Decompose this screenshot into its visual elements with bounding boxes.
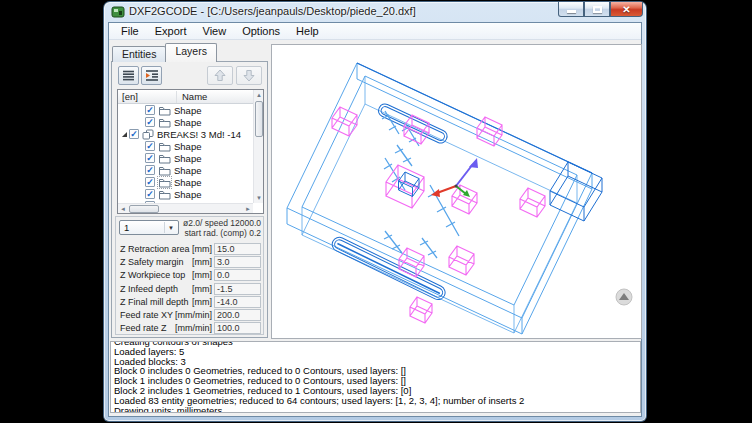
parameter-unit: [mm/min] bbox=[175, 310, 212, 320]
check-icon: ✓ bbox=[146, 166, 154, 174]
scroll-down-icon[interactable]: ▼ bbox=[254, 193, 264, 203]
tree-row[interactable]: ✓ bbox=[118, 152, 253, 164]
folder-icon bbox=[158, 105, 171, 116]
message-log[interactable]: Creating contours of shapesLoaded layers… bbox=[110, 341, 641, 413]
menu-item[interactable]: Export bbox=[147, 24, 195, 38]
parameter-value-field[interactable]: 200.0 bbox=[214, 309, 261, 321]
indented-list-icon bbox=[145, 70, 159, 81]
parameter-unit: [mm] bbox=[192, 257, 212, 267]
scrollbar-thumb[interactable] bbox=[255, 101, 263, 137]
folder-icon bbox=[158, 141, 171, 152]
layer-visibility-checkbox[interactable]: ✓ bbox=[145, 165, 155, 175]
parameter-label: Feed rate XY bbox=[118, 310, 175, 320]
arrow-up-icon bbox=[213, 69, 227, 82]
maximize-button[interactable] bbox=[584, 2, 610, 17]
tree-row[interactable]: ✓ bbox=[118, 116, 253, 128]
list-icon bbox=[122, 70, 135, 81]
graphics-viewport[interactable] bbox=[271, 44, 642, 339]
chevron-down-icon: ▼ bbox=[164, 222, 177, 233]
folder-icon bbox=[158, 177, 171, 188]
layers-icon bbox=[142, 129, 154, 140]
app-window: DXF2GCODE - [C:/Users/jeanpauls/Desktop/… bbox=[104, 2, 646, 421]
axis-triad bbox=[431, 158, 478, 197]
tree-row[interactable]: ✓ bbox=[118, 104, 253, 116]
sidebar-tabs: EntitiesLayers bbox=[112, 43, 216, 62]
layer-visibility-checkbox[interactable]: ✓ bbox=[145, 141, 155, 151]
tree-row[interactable]: ✓ bbox=[118, 140, 253, 152]
parameter-row: Z Workpiece top [mm] 0.0 bbox=[118, 269, 261, 282]
parameter-unit: [mm] bbox=[192, 297, 212, 307]
tree-horizontal-scrollbar[interactable]: ◄ ► bbox=[118, 203, 253, 213]
tool-info: ø2.0/ speed 12000.0 start rad. (comp) 0.… bbox=[183, 218, 261, 238]
layer-name: Shape bbox=[174, 189, 201, 200]
parameter-label: Z Workpiece top bbox=[118, 270, 192, 280]
menu-item[interactable]: View bbox=[195, 24, 235, 38]
layer-name: Shape bbox=[174, 177, 201, 188]
slot-bottom bbox=[330, 235, 448, 302]
tree-rows: ✓ bbox=[118, 104, 253, 203]
menu-item[interactable]: Options bbox=[234, 24, 288, 38]
sidebar-tab[interactable]: Layers bbox=[165, 43, 217, 62]
parameter-value-field[interactable]: 15.0 bbox=[214, 243, 261, 255]
tree-column-name[interactable]: Name bbox=[182, 91, 207, 102]
window-title: DXF2GCODE - [C:/Users/jeanpauls/Desktop/… bbox=[129, 5, 416, 17]
layer-name: Shape bbox=[174, 165, 201, 176]
scroll-left-icon[interactable]: ◄ bbox=[118, 204, 128, 214]
tree-header[interactable]: [en] Name bbox=[118, 90, 263, 104]
tool-number-dropdown[interactable]: 1 ▼ bbox=[119, 220, 179, 235]
tree-row[interactable]: ✓ bbox=[118, 176, 253, 188]
parameter-value-field[interactable]: -1.5 bbox=[214, 283, 261, 295]
parameter-row: Feed rate Z [mm/min] 100.0 bbox=[118, 322, 261, 335]
layer-visibility-checkbox[interactable]: ✓ bbox=[145, 153, 155, 163]
collapse-tree-button[interactable] bbox=[118, 66, 139, 85]
layer-visibility-checkbox[interactable]: ✓ bbox=[145, 177, 155, 187]
parameter-value-field[interactable]: 0.0 bbox=[214, 269, 261, 281]
folder-icon bbox=[158, 117, 171, 128]
parameter-row: Z Final mill depth [mm] -14.0 bbox=[118, 295, 261, 308]
tool-info-line2: start rad. (comp) 0.2 bbox=[183, 228, 261, 238]
desktop-background: DXF2GCODE - [C:/Users/jeanpauls/Desktop/… bbox=[0, 0, 752, 423]
check-icon: ✓ bbox=[146, 118, 154, 126]
titlebar[interactable]: DXF2GCODE - [C:/Users/jeanpauls/Desktop/… bbox=[104, 2, 646, 22]
tree-row[interactable]: ✓ bbox=[118, 188, 253, 200]
move-layer-up-button[interactable] bbox=[207, 66, 233, 85]
expander-icon[interactable] bbox=[120, 130, 128, 138]
parameter-value-field[interactable]: 3.0 bbox=[214, 256, 261, 268]
folder-icon bbox=[158, 165, 171, 176]
check-icon: ✓ bbox=[130, 130, 138, 138]
scroll-right-icon[interactable]: ► bbox=[243, 204, 253, 214]
layer-name: Shape bbox=[174, 117, 201, 128]
minimize-button[interactable] bbox=[558, 2, 584, 17]
parameter-value-field[interactable]: 100.0 bbox=[214, 322, 261, 334]
menu-item[interactable]: Help bbox=[288, 24, 327, 38]
layer-name: Shape bbox=[174, 141, 201, 152]
parameter-row: Feed rate XY [mm/min] 200.0 bbox=[118, 308, 261, 321]
folder-icon bbox=[158, 189, 171, 200]
parameter-value-field[interactable]: -14.0 bbox=[214, 296, 261, 308]
view-orientation-ball[interactable] bbox=[616, 289, 632, 305]
sidebar-tab[interactable]: Entities bbox=[112, 46, 166, 62]
menu-item[interactable]: File bbox=[113, 24, 147, 38]
tree-row[interactable]: ✓ bbox=[118, 164, 253, 176]
parameter-label: Feed rate Z bbox=[118, 323, 175, 333]
client-area: FileExportViewOptionsHelp EntitiesLayers bbox=[108, 22, 642, 417]
tree-column-en[interactable]: [en] bbox=[122, 91, 138, 102]
layer-visibility-checkbox[interactable]: ✓ bbox=[145, 117, 155, 127]
layer-visibility-checkbox[interactable]: ✓ bbox=[129, 129, 139, 139]
scrollbar-thumb[interactable] bbox=[129, 205, 159, 213]
layer-name: Shape bbox=[174, 105, 201, 116]
close-button[interactable]: ✕ bbox=[610, 2, 643, 17]
minimize-icon bbox=[567, 10, 576, 13]
tree-row[interactable]: ✓ bbox=[118, 128, 253, 140]
scroll-up-icon[interactable]: ▲ bbox=[254, 90, 264, 100]
expand-tree-button[interactable] bbox=[141, 66, 162, 85]
parameter-row: Z Retraction area [mm] 15.0 bbox=[118, 242, 261, 255]
column-separator[interactable] bbox=[176, 91, 177, 103]
layer-visibility-checkbox[interactable]: ✓ bbox=[145, 189, 155, 199]
layer-visibility-checkbox[interactable]: ✓ bbox=[145, 105, 155, 115]
tree-vertical-scrollbar[interactable]: ▲ ▼ bbox=[253, 90, 263, 203]
layer-name: BREAKS! 3 Md! -14 bbox=[157, 129, 241, 140]
move-layer-down-button[interactable] bbox=[236, 66, 262, 85]
parameter-label: Z Safety margin bbox=[118, 257, 192, 267]
check-icon: ✓ bbox=[146, 190, 154, 198]
